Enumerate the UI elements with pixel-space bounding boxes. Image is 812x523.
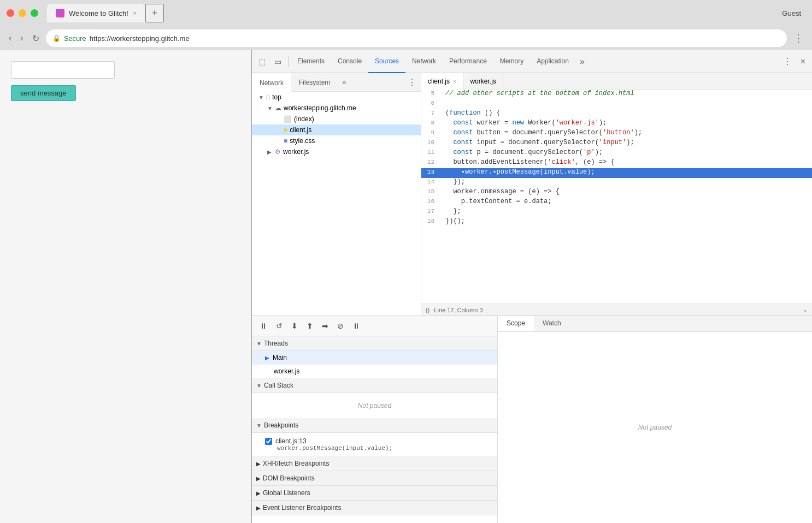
pause-button[interactable]: ⏸ [256,319,270,332]
back-button[interactable]: ‹ [7,31,14,45]
reload-button[interactable]: ↻ [30,31,42,46]
code-view[interactable]: 5 // add other scripts at the bottom of … [421,90,812,304]
url-bar[interactable]: 🔒 Secure https://workerstepping.glitch.m… [46,29,787,47]
close-tab-button[interactable]: × [133,10,137,16]
favicon-icon [56,9,64,17]
scope-tab-scope[interactable]: Scope [498,316,534,331]
step-into-button[interactable]: ⬇ [288,319,301,332]
message-input[interactable] [11,61,115,79]
cloud-icon: ☁ [275,104,281,112]
tab-application[interactable]: Application [530,50,575,73]
code-panel: client.js × worker.js 5 // add other scr… [421,73,812,316]
breakpoint-checkbox[interactable] [265,438,272,445]
editor-tabs: client.js × worker.js [421,73,812,90]
cursor-position: Line 17, Column 3 [434,307,483,313]
call-stack-not-paused: Not paused [252,393,497,418]
tree-item-top[interactable]: ▼ □ top [252,92,421,103]
file-panel: Network Filesystem » ⋮ ▼ □ top [252,73,421,316]
inspect-element-button[interactable]: ⬚ [254,55,270,68]
editor-tab-workerjs[interactable]: worker.js [463,73,503,90]
tree-item-index[interactable]: ⬜ (index) [252,114,421,124]
file-tab-more-button[interactable]: » [338,76,350,88]
deactivate-breakpoints-button[interactable]: ⊘ [334,319,347,332]
editor-tab-clientjs[interactable]: client.js × [421,73,463,90]
dom-breakpoints-header[interactable]: ▶ DOM Breakpoints [252,471,497,486]
tab-memory[interactable]: Memory [493,50,530,73]
tab-sources[interactable]: Sources [368,50,405,73]
code-line: 17 }; [421,207,812,217]
more-tabs-button[interactable]: » [575,55,589,69]
thread-item-main[interactable]: ▶ Main [252,351,497,365]
tab-separator [288,56,289,67]
minimize-window-button[interactable] [19,9,26,17]
tab-network[interactable]: Network [405,50,443,73]
tree-item-domain[interactable]: ▼ ☁ workerstepping.glitch.me [252,103,421,114]
tree-label-index: (index) [294,115,314,123]
tree-item-workerjs[interactable]: ▶ ⚙ worker.js [252,146,421,157]
js-file-icon-client: ■ [284,126,287,134]
tree-item-stylecss[interactable]: ■ style.css [252,135,421,146]
tree-toggle-icon: ▼ [258,94,264,100]
tree-label-clientjs: client.js [290,126,311,134]
xhr-breakpoints-header[interactable]: ▶ XHR/fetch Breakpoints [252,456,497,471]
threads-section-header[interactable]: ▼ Threads [252,336,497,351]
secure-label: Secure [64,34,86,43]
code-line: 15 worker.onmessage = (e) => { [421,188,812,198]
code-line: 6 [421,99,812,109]
browser-menu-button[interactable]: ⋮ [791,30,805,46]
tree-label-stylecss: style.css [290,137,315,145]
send-message-button[interactable]: send message [11,85,76,101]
file-tab-menu-button[interactable]: ⋮ [403,75,421,90]
scope-tab-watch[interactable]: Watch [534,316,570,331]
devtools-menu-button[interactable]: ⋮ [779,54,796,69]
forward-button[interactable]: › [18,31,25,45]
breakpoints-header[interactable]: ▼ Breakpoints [252,418,497,433]
code-line: 5 // add other scripts at the bottom of … [421,90,812,99]
tree-item-clientjs[interactable]: ■ client.js [252,124,421,135]
url-text: https://workerstepping.glitch.me [90,34,190,43]
step-out-button[interactable]: ⬆ [303,319,316,332]
tab-elements[interactable]: Elements [291,50,331,73]
user-label: Guest [782,9,805,17]
event-breakpoints-header[interactable]: ▶ Event Listener Breakpoints [252,501,497,515]
dom-toggle-icon: ▶ [256,476,261,482]
format-icon: {} [426,307,429,313]
breakpoints-toggle-icon: ▼ [256,423,262,429]
call-stack-label: Call Stack [264,382,293,389]
browser-tab[interactable]: Welcome to Glitch! × [47,4,145,22]
call-stack-header[interactable]: ▼ Call Stack [252,378,497,393]
tab-title: Welcome to Glitch! [69,9,128,17]
file-tab-filesystem[interactable]: Filesystem [291,73,338,92]
file-tab-network[interactable]: Network [252,73,291,92]
thread-item-worker[interactable]: worker.js [252,365,497,378]
new-tab-button[interactable]: + [145,4,164,22]
device-toolbar-button[interactable]: ▭ [270,55,286,68]
threads-panel: ⏸ ↺ ⬇ ⬆ ➡ ⊘ ⏸ ▼ Threads ▶ Main [252,316,498,523]
breakpoints-label: Breakpoints [264,421,298,429]
devtools-close-button[interactable]: × [796,55,810,69]
event-breakpoints-label: Event Listener Breakpoints [263,504,341,512]
tree-label-workerjs: worker.js [283,148,309,156]
xhr-toggle-icon: ▶ [256,461,261,467]
page-content: send message [0,50,251,523]
code-line: 16 p.textContent = e.data; [421,198,812,207]
step-over-button[interactable]: ↺ [273,319,286,332]
close-editor-tab-clientjs[interactable]: × [453,78,456,85]
code-line: 14 }); [421,178,812,188]
xhr-breakpoints-label: XHR/fetch Breakpoints [263,460,329,467]
devtools-panel: ⬚ ▭ Elements Console Sources Network Per… [251,50,812,523]
close-window-button[interactable] [7,9,14,17]
dom-breakpoints-section: ▶ DOM Breakpoints [252,471,497,486]
breakpoint-code-preview: worker.postMessage(input.value); [265,445,493,454]
maximize-window-button[interactable] [31,9,38,17]
continue-button[interactable]: ➡ [319,319,332,332]
code-line: 7 (function () { [421,109,812,119]
pause-on-exceptions-button[interactable]: ⏸ [349,319,363,332]
global-listeners-header[interactable]: ▶ Global Listeners [252,486,497,501]
status-bar: {} Line 17, Column 3 ⌄ [421,304,812,316]
address-bar: ‹ › ↻ 🔒 Secure https://workerstepping.gl… [0,26,812,50]
tab-performance[interactable]: Performance [443,50,493,73]
tab-console[interactable]: Console [331,50,368,73]
expand-status-button[interactable]: ⌄ [803,306,808,313]
code-line: 18 })(); [421,217,812,227]
